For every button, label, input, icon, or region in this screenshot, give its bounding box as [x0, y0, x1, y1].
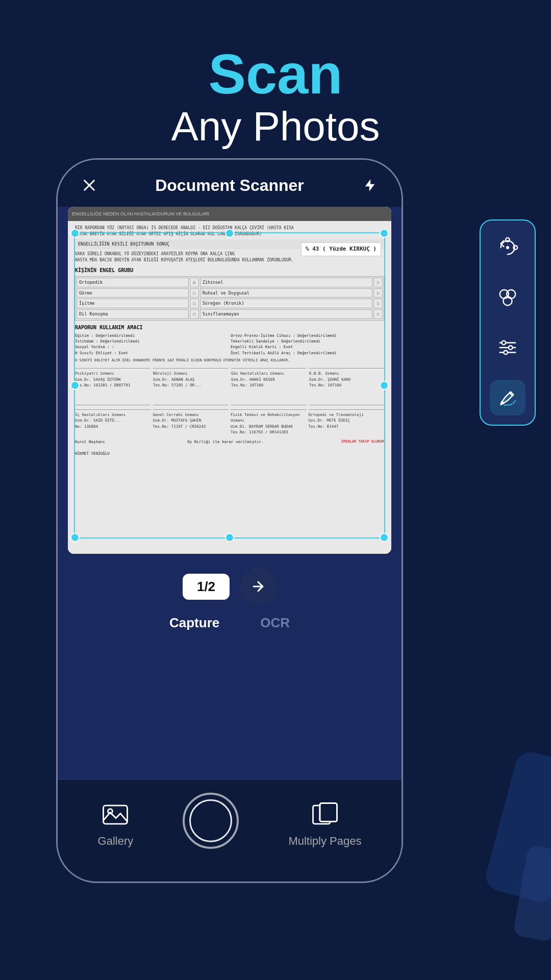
svg-point-14	[503, 297, 512, 305]
page-badge: 1/2	[183, 574, 230, 600]
svg-point-18	[502, 341, 506, 345]
doc-text-1: BİR RAPORDAN YÜZ (NOTASI ONSA) İS DERECE…	[75, 225, 384, 237]
tab-capture[interactable]: Capture	[169, 615, 219, 631]
svg-marker-2	[365, 179, 375, 191]
document-preview: ENGELLİLİĞE NEDEN OLAN HASTALIK/DURUM VE…	[68, 207, 391, 554]
filters-tool-button[interactable]	[490, 280, 525, 315]
sig-noroloji: Nöroloji UzmanıUzm.Dr. ADNAN ALAŞTes.No:…	[153, 368, 228, 407]
app-header: Scan Any Photos	[0, 0, 551, 172]
svg-point-19	[509, 346, 513, 350]
kullanim-items: Eğitim : Değerlendirilmedi İstihdam : De…	[75, 333, 384, 356]
nav-gallery[interactable]: Gallery	[98, 799, 134, 848]
sig-genel: Genel Cerrahi UzmanıUzm.Dr. MUSTAFA ŞAHİ…	[153, 409, 229, 435]
multiply-pages-icon	[310, 799, 340, 829]
gallery-label: Gallery	[98, 835, 134, 848]
shutter-button[interactable]	[183, 793, 239, 849]
adjust-tool-button[interactable]	[490, 330, 525, 365]
h-sinifi-note: H SINIFİ EHLİYET ALIR ÖZEL DONANIMI FREN…	[75, 358, 384, 363]
svg-rect-4	[104, 805, 128, 824]
capture-tabs: Capture OCR	[58, 610, 402, 639]
tab-ocr[interactable]: OCR	[260, 615, 290, 631]
header-subtitle: Any Photos	[0, 102, 551, 151]
sign-tool-button[interactable]	[490, 380, 525, 415]
svg-point-20	[504, 351, 508, 355]
phone-topbar: Document Scanner	[58, 160, 402, 207]
sig-ic: İç Hastalıkları UzmanıUzm.Dr. SAİD ÖZTÜ.…	[75, 409, 151, 435]
doc-header-text: ENGELLİLİĞE NEDEN OLAN HASTALIK/DURUM VE…	[72, 211, 209, 216]
kurul-baskani: Kurul BaşkanıHİKMET YENİOĞLU	[75, 439, 110, 456]
close-button[interactable]	[78, 174, 101, 197]
imzalar: İMZALAR TAKIP OLUNUR	[341, 439, 384, 456]
page-counter-area: 1/2	[58, 554, 402, 610]
svg-point-13	[507, 290, 515, 299]
svg-point-11	[513, 246, 517, 250]
sig-fizik: Fizik Tedavi ve Rehabilitasyon UzmanıUzm…	[231, 409, 307, 435]
sig-ortopedi: Ortopedi ve TravmatolojiUzs.Dr. METE ÜZK…	[309, 409, 385, 435]
header-scan-text: Scan	[0, 46, 551, 102]
disability-percentage: % 43 ( Yüzde KIRKUÇ )	[301, 242, 381, 256]
sig-psikiyatri: Psikiyatri UzmanıUzm.Dr. SAVAŞ ÖZTÜRKTes…	[75, 368, 150, 407]
kullanim-amaci-title: RAPORUN KULLANIM AMACI	[75, 324, 384, 331]
shutter-inner	[189, 799, 232, 842]
doc-body: BİR RAPORDAN YÜZ (NOTASI ONSA) İS DERECE…	[68, 221, 391, 460]
phone-frame: Document Scanner ENGELLİLİĞE NEDEN OLAN …	[56, 158, 403, 883]
svg-rect-7	[320, 803, 337, 821]
svg-point-10	[506, 238, 510, 242]
gallery-icon	[100, 799, 131, 829]
scan-area: ENGELLİLİĞE NEDEN OLAN HASTALIK/DURUM VE…	[68, 207, 391, 554]
signatures-area: Psikiyatri UzmanıUzm.Dr. SAVAŞ ÖZTÜRKTes…	[75, 368, 384, 407]
oy-birligi: Oy Birliği ile karar verilmiştir.	[187, 439, 263, 456]
flash-button[interactable]	[359, 174, 381, 197]
engel-grubu-title: KİŞİNİN ENGEL GRUBU	[75, 266, 384, 274]
engel-grubu-table: Ortopedik☑ Zihinsel☐ Görme☐ Ruhsal ve Du…	[75, 276, 384, 321]
bottom-nav: Gallery Multiply Pages	[58, 779, 402, 881]
side-toolbar	[480, 219, 536, 426]
svg-point-9	[507, 247, 509, 249]
more-signatures: İç Hastalıkları UzmanıUzm.Dr. SAİD ÖZTÜ.…	[75, 409, 384, 435]
sig-kbb: K.B.B. UzmanıUzm.Dr. ŞEHNİ KAROTes.No: 1…	[309, 368, 384, 407]
sig-goz: Göz Hastalıkları UzmanıUzm.Dr. HAKKİ KES…	[231, 368, 306, 407]
nav-multiply-pages[interactable]: Multiply Pages	[288, 799, 361, 848]
nav-shutter[interactable]	[183, 793, 239, 854]
next-button[interactable]	[240, 568, 277, 605]
doc-header-bar: ENGELLİLİĞE NEDEN OLAN HASTALIK/DURUM VE…	[68, 207, 391, 221]
rotate-tool-button[interactable]	[490, 230, 525, 265]
multiply-pages-label: Multiply Pages	[288, 835, 361, 848]
bottom-signatures: Kurul BaşkanıHİKMET YENİOĞLU Oy Birliği …	[75, 439, 384, 456]
scanner-title: Document Scanner	[155, 176, 304, 195]
